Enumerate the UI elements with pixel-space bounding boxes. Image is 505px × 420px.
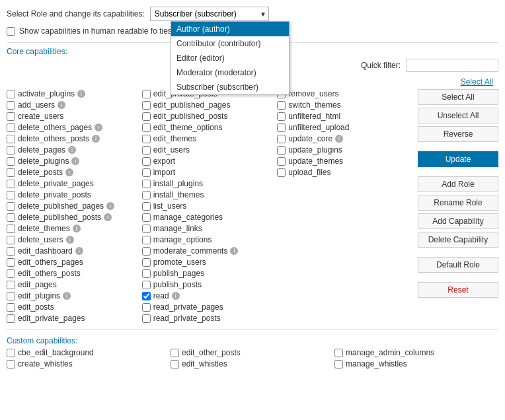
custom-cap-checkbox-create_whistles[interactable] [7,360,15,368]
info-icon[interactable]: i [92,135,100,143]
cap-label: delete_private_pages [18,179,94,188]
add-role-button[interactable]: Add Role [418,176,498,192]
add-capability-button[interactable]: Add Capability [418,213,498,229]
cap-label: edit_published_posts [153,112,228,121]
cap-checkbox-moderate_comments[interactable] [142,247,151,256]
cap-checkbox-read_private_pages[interactable] [142,303,151,312]
custom-cap-checkbox-cbe_edit_background[interactable] [7,349,15,357]
role-option-contributor[interactable]: Contributor (contributor) [171,36,289,51]
cap-checkbox-read[interactable] [142,292,151,300]
cap-checkbox-update_themes[interactable] [277,157,286,166]
cap-checkbox-delete_users[interactable] [7,236,15,244]
cap-checkbox-export[interactable] [142,157,151,166]
cap-checkbox-unfiltered_upload[interactable] [277,123,286,132]
cap-checkbox-delete_private_pages[interactable] [7,180,15,188]
role-option-editor[interactable]: Editor (editor) [171,51,289,65]
cap-checkbox-edit_theme_options[interactable] [142,123,151,132]
info-icon[interactable]: i [77,90,85,98]
role-option-subscriber[interactable]: Subscriber (subscriber) [171,80,289,94]
cap-checkbox-edit_published_posts[interactable] [142,112,151,121]
custom-cap-checkbox-manage_whistles[interactable] [334,360,343,368]
custom-cap-checkbox-edit_whistles[interactable] [171,360,179,368]
info-icon[interactable]: i [335,135,343,143]
cap-checkbox-manage_links[interactable] [142,225,151,233]
info-icon[interactable]: i [106,202,114,210]
cap-checkbox-edit_pages[interactable] [7,281,15,289]
cap-checkbox-edit_dashboard[interactable] [7,247,15,256]
cap-checkbox-promote_users[interactable] [142,258,151,267]
cap-checkbox-activate_plugins[interactable] [7,90,15,98]
cap-checkbox-edit_users[interactable] [142,146,151,155]
role-option-author[interactable]: Author (author) [171,22,289,36]
cap-checkbox-manage_options[interactable] [142,236,151,244]
cap-checkbox-edit_published_pages[interactable] [142,101,151,110]
cap-checkbox-create_users[interactable] [7,112,15,121]
cap-checkbox-edit_private_posts[interactable] [142,90,151,98]
cap-checkbox-delete_posts[interactable] [7,168,15,177]
info-icon[interactable]: i [63,292,71,300]
info-icon[interactable]: i [58,101,65,109]
cap-checkbox-update_core[interactable] [277,135,286,143]
cap-checkbox-delete_themes[interactable] [7,225,15,233]
role-select[interactable]: Subscriber (subscriber) [150,7,269,21]
custom-cap-label: manage_admin_columns [346,348,434,357]
cap-checkbox-install_plugins[interactable] [142,180,151,188]
cap-item: delete_others_postsi [7,134,137,143]
cap-checkbox-manage_categories[interactable] [142,213,151,222]
cap-checkbox-delete_private_posts[interactable] [7,191,15,199]
select-all-button[interactable]: Select All [418,89,498,105]
update-button[interactable]: Update [418,151,498,167]
filter-input[interactable] [406,59,498,72]
select-all-text[interactable]: Select All [461,77,493,87]
cap-checkbox-edit_themes[interactable] [142,135,151,143]
cap-checkbox-switch_themes[interactable] [277,101,286,110]
cap-checkbox-upload_files[interactable] [277,168,286,177]
cap-checkbox-delete_plugins[interactable] [7,157,15,166]
info-icon[interactable]: i [68,146,76,154]
custom-cap-checkbox-manage_admin_columns[interactable] [334,349,343,357]
cap-checkbox-add_users[interactable] [7,101,15,110]
cap-checkbox-unfiltered_html[interactable] [277,112,286,121]
cap-item: delete_private_posts [7,190,137,199]
info-icon[interactable]: i [66,236,74,244]
cap-checkbox-edit_private_pages[interactable] [7,314,15,323]
custom-cap-checkbox-edit_other_posts[interactable] [171,349,179,357]
rename-role-button[interactable]: Rename Role [418,195,498,211]
cap-checkbox-edit_others_pages[interactable] [7,258,15,267]
cap-checkbox-delete_published_posts[interactable] [7,213,15,222]
info-icon[interactable]: i [172,292,180,300]
unselect-all-button[interactable]: Unselect All [418,108,498,123]
cap-checkbox-import[interactable] [142,168,151,177]
cap-checkbox-publish_pages[interactable] [142,269,151,278]
cap-checkbox-delete_pages[interactable] [7,146,15,155]
reset-button[interactable]: Reset [418,282,498,298]
info-icon[interactable]: i [95,123,102,131]
cap-checkbox-delete_published_pages[interactable] [7,202,15,211]
info-icon[interactable]: i [230,247,238,255]
cap-checkbox-read_private_posts[interactable] [142,314,151,323]
cap-checkbox-edit_posts[interactable] [7,303,15,312]
custom-cap-column-1: cbe_edit_backgroundcreate_whistles [7,348,171,370]
cap-checkbox-publish_posts[interactable] [142,281,151,289]
cap-checkbox-install_themes[interactable] [142,191,151,199]
info-icon[interactable]: i [73,225,81,232]
info-icon[interactable]: i [75,247,83,255]
cap-label: switch_themes [288,100,340,110]
default-role-button[interactable]: Default Role [418,257,498,273]
delete-capability-button[interactable]: Delete Capability [418,232,498,248]
role-option-moderator[interactable]: Moderator (moderator) [171,65,289,80]
info-icon[interactable]: i [104,213,112,221]
info-icon[interactable]: i [71,157,79,165]
cap-checkbox-delete_others_posts[interactable] [7,135,15,143]
cap-checkbox-update_plugins[interactable] [277,146,286,155]
show-capabilities-checkbox[interactable] [7,27,15,36]
cap-item: edit_published_pages [142,100,272,110]
cap-label: remove_users [288,89,338,98]
cap-checkbox-delete_others_pages[interactable] [7,123,15,132]
role-select-wrapper[interactable]: Subscriber (subscriber) ▼ [150,7,269,21]
cap-checkbox-edit_plugins[interactable] [7,292,15,300]
info-icon[interactable]: i [65,168,73,176]
cap-checkbox-edit_others_posts[interactable] [7,269,15,278]
cap-checkbox-list_users[interactable] [142,202,151,211]
reverse-button[interactable]: Reverse [418,126,498,142]
